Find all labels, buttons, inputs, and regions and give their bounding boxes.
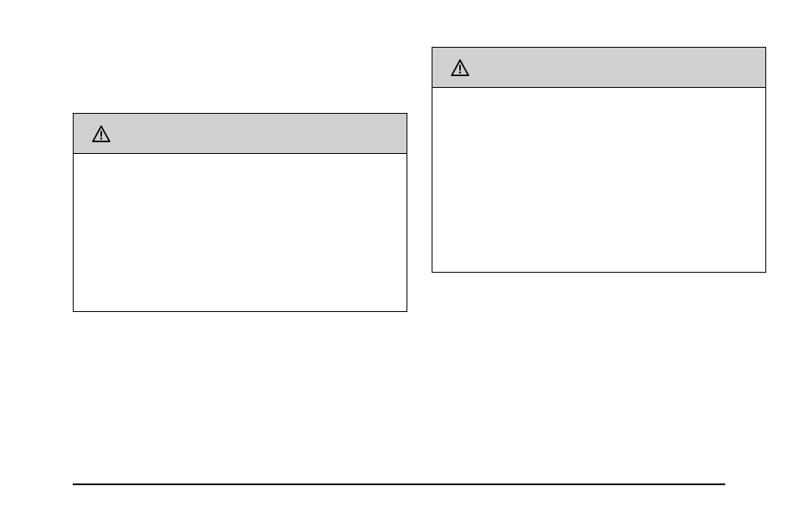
document-page: [0, 0, 798, 532]
warning-box-right: [432, 47, 766, 273]
svg-point-1: [100, 137, 102, 139]
svg-point-3: [459, 71, 461, 73]
warning-box-left: [73, 113, 407, 312]
horizontal-rule: [73, 483, 725, 485]
warning-triangle-icon: [451, 59, 469, 76]
warning-triangle-icon: [92, 125, 110, 142]
warning-box-right-header: [432, 48, 765, 88]
warning-box-left-header: [74, 114, 407, 154]
